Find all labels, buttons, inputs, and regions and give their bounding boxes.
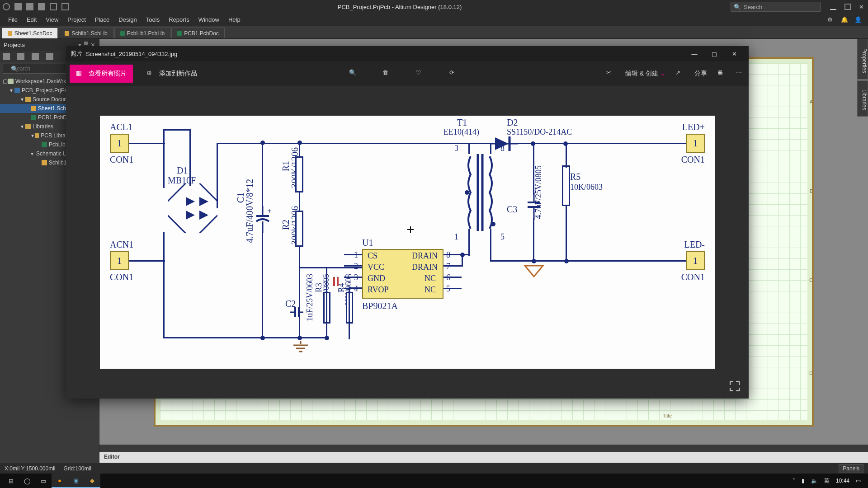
port-ledp-type: CON1 xyxy=(681,155,705,165)
tab-label: PCB1.PcbDoc xyxy=(184,30,219,37)
projects-panel-title-text: Projects xyxy=(4,42,25,48)
u1-pin-gnd: GND xyxy=(368,274,385,283)
add-to-creation-button[interactable]: ⊕ 添加到新作品 xyxy=(142,65,202,83)
tree-label: Libraries xyxy=(33,123,53,130)
add-icon: ⊕ xyxy=(146,69,156,78)
t1-value: EE10(414) xyxy=(443,127,479,137)
undo-icon[interactable] xyxy=(50,3,57,10)
cortana-icon[interactable]: ◯ xyxy=(19,474,35,488)
view-all-photos-button[interactable]: ▦ 查看所有照片 xyxy=(70,65,133,83)
tree-label: PCB_Project.PrjPcb xyxy=(22,87,70,94)
horizontal-scrollbar[interactable] xyxy=(99,445,868,452)
titlebar-search[interactable]: 🔍 Search xyxy=(731,2,821,12)
zone-label: D xyxy=(809,370,813,375)
tab-sheet1[interactable]: Sheet1.SchDoc xyxy=(2,28,58,38)
gnd-symbol xyxy=(292,341,310,354)
gear-icon[interactable]: ⚙ xyxy=(827,16,835,23)
u1-designator: U1 xyxy=(362,238,373,248)
r5-designator: R5 xyxy=(570,172,580,182)
maximize-icon[interactable] xyxy=(844,4,851,10)
bell-icon[interactable]: 🔔 xyxy=(841,16,848,23)
editor-tab-bar[interactable]: Editor xyxy=(99,452,868,463)
schematic-image: 1 ACL1 CON1 1 ACN1 CON1 1 LED+ CON1 1 LE… xyxy=(100,116,715,369)
open-icon[interactable] xyxy=(38,3,45,10)
photo-image-area[interactable]: 1 ACL1 CON1 1 ACN1 CON1 1 LED+ CON1 1 LE… xyxy=(66,86,749,399)
photos-maximize-button[interactable]: ▢ xyxy=(704,46,724,61)
taskbar-app-photos[interactable]: ▣ xyxy=(68,474,84,488)
tray-volume-icon[interactable]: 🔈 xyxy=(811,478,818,484)
mouse-cursor xyxy=(407,226,414,233)
tray-clock[interactable]: 10:44 xyxy=(836,478,849,484)
chevron-down-icon: ⌄ xyxy=(660,70,665,77)
t1-sec-pin-5: 5 xyxy=(500,232,505,242)
tab-label: Sheet1.SchDoc xyxy=(14,30,52,37)
power-gnd-symbol xyxy=(520,263,547,279)
libraries-side-tab[interactable]: Libraries xyxy=(857,80,868,117)
fullscreen-icon[interactable] xyxy=(729,380,741,392)
photos-minimize-button[interactable]: — xyxy=(684,46,704,61)
panels-button[interactable]: Panels xyxy=(839,464,863,473)
minimize-icon[interactable] xyxy=(830,4,836,10)
menu-project[interactable]: Project xyxy=(63,14,90,25)
properties-side-tab[interactable]: Properties xyxy=(857,39,868,80)
port-ledm-designator: LED- xyxy=(684,239,705,250)
altium-titlebar: PCB_Project.PrjPcb - Altium Designer (18… xyxy=(0,0,868,14)
menu-file[interactable]: File xyxy=(4,14,22,25)
tab-pcblib1[interactable]: PcbLib1.PcbLib xyxy=(114,28,170,38)
bridge-rectifier-symbol xyxy=(168,183,217,233)
tray-notifications-icon[interactable]: ▭ xyxy=(856,478,861,484)
svg-marker-1 xyxy=(186,197,195,206)
photos-close-button[interactable]: ✕ xyxy=(724,46,744,61)
transformer-symbol xyxy=(462,152,498,242)
crop-icon: ✂ xyxy=(606,69,615,78)
add-file-icon[interactable] xyxy=(32,53,39,60)
search-icon: 🔍 xyxy=(734,4,741,10)
tab-label: Schlib1.SchLib xyxy=(71,30,107,37)
delete-icon[interactable]: 🗑 xyxy=(382,69,392,78)
taskview-icon[interactable]: ▭ xyxy=(35,474,52,488)
compile-icon[interactable] xyxy=(17,53,24,60)
statusbar: X:0mil Y:1500.000mil Grid:100mil Panels xyxy=(0,463,868,474)
zoom-icon[interactable]: 🔍 xyxy=(349,69,358,78)
rotate-icon[interactable]: ⟳ xyxy=(449,69,458,78)
favorite-icon[interactable]: ♡ xyxy=(416,69,425,78)
user-icon[interactable]: 👤 xyxy=(854,16,862,23)
show-diff-icon[interactable] xyxy=(46,53,53,60)
u1-pin-vcc: VCC xyxy=(368,263,384,272)
home-icon[interactable] xyxy=(3,53,10,60)
menu-place[interactable]: Place xyxy=(90,14,114,25)
svg-point-22 xyxy=(491,222,495,226)
photos-title-prefix: 照片 - xyxy=(71,50,86,58)
close-icon[interactable]: ✕ xyxy=(859,4,865,10)
tab-schlib1[interactable]: Schlib1.SchLib xyxy=(59,28,113,38)
libraries-label: Libraries xyxy=(861,89,868,110)
photos-titlebar[interactable]: 照片 - Screenshot_20190514_094332.jpg — ▢ … xyxy=(66,46,749,61)
save-icon[interactable] xyxy=(14,3,22,10)
menu-window[interactable]: Window xyxy=(194,14,224,25)
port-ledm: 1 xyxy=(686,251,705,270)
taskbar-app-firefox[interactable]: ● xyxy=(52,474,68,488)
taskbar-app-altium[interactable]: ◆ xyxy=(84,474,100,488)
port-acl-designator: ACL1 xyxy=(110,122,132,132)
start-button[interactable]: ⊞ xyxy=(3,474,19,488)
share-button[interactable]: 分享 xyxy=(694,70,707,78)
menu-design[interactable]: Design xyxy=(114,14,141,25)
more-icon[interactable]: ⋯ xyxy=(736,69,745,78)
save-all-icon[interactable] xyxy=(26,3,33,10)
photos-filename: Screenshot_20190514_094332.jpg xyxy=(86,51,177,57)
menu-help[interactable]: Help xyxy=(224,14,245,25)
print-icon[interactable]: 🖶 xyxy=(717,69,726,78)
tray-chevron-icon[interactable]: ˄ xyxy=(793,478,795,484)
tray-battery-icon[interactable]: ▮ xyxy=(802,478,805,484)
svg-marker-3 xyxy=(186,211,195,220)
menu-edit[interactable]: Edit xyxy=(22,14,41,25)
redo-icon[interactable] xyxy=(61,3,69,10)
tab-pcb1[interactable]: PCB1.PcbDoc xyxy=(171,28,225,38)
edit-create-button[interactable]: 编辑 & 创建 ⌄ xyxy=(625,70,665,78)
tree-label: Workspace1.DsnWrk xyxy=(15,78,66,84)
menu-reports[interactable]: Reports xyxy=(164,14,194,25)
zone-label: A xyxy=(810,99,813,104)
tray-ime[interactable]: 英 xyxy=(824,477,830,485)
menu-view[interactable]: View xyxy=(41,14,63,25)
menu-tools[interactable]: Tools xyxy=(142,14,164,25)
